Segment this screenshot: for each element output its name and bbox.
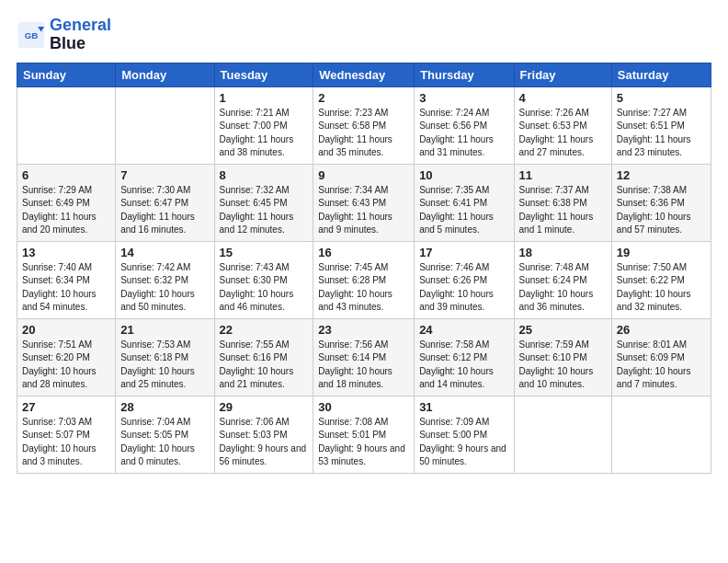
day-number: 13 (22, 246, 110, 259)
day-info: Sunrise: 7:30 AMSunset: 6:47 PMDaylight:… (120, 184, 209, 237)
day-number: 2 (318, 91, 409, 105)
day-info: Sunrise: 7:38 AMSunset: 6:36 PMDaylight:… (617, 184, 706, 237)
calendar-cell: 19Sunrise: 7:50 AMSunset: 6:22 PMDayligh… (611, 241, 711, 318)
day-of-week-header: Friday (514, 63, 611, 86)
day-number: 17 (419, 246, 508, 259)
calendar-cell: 11Sunrise: 7:37 AMSunset: 6:38 PMDayligh… (514, 164, 611, 241)
day-info: Sunrise: 7:43 AMSunset: 6:30 PMDaylight:… (220, 261, 309, 315)
calendar-cell: 15Sunrise: 7:43 AMSunset: 6:30 PMDayligh… (214, 241, 313, 318)
calendar-cell: 31Sunrise: 7:09 AMSunset: 5:00 PMDayligh… (415, 396, 514, 473)
calendar-cell: 13Sunrise: 7:40 AMSunset: 6:34 PMDayligh… (17, 241, 116, 318)
calendar-cell: 3Sunrise: 7:24 AMSunset: 6:56 PMDaylight… (415, 86, 514, 164)
day-number: 8 (220, 168, 309, 182)
day-number: 12 (617, 168, 706, 182)
day-info: Sunrise: 7:45 AMSunset: 6:28 PMDaylight:… (318, 261, 409, 315)
day-info: Sunrise: 7:08 AMSunset: 5:01 PMDaylight:… (318, 416, 409, 469)
day-number: 23 (318, 323, 409, 337)
day-number: 25 (519, 323, 607, 337)
calendar-page: GB GeneralBlue SundayMondayTuesdayWednes… (0, 0, 728, 563)
day-number: 18 (519, 246, 607, 259)
day-number: 7 (120, 168, 209, 182)
day-number: 29 (220, 400, 309, 414)
day-number: 9 (318, 168, 409, 182)
day-info: Sunrise: 7:42 AMSunset: 6:32 PMDaylight:… (120, 261, 209, 315)
header: GB GeneralBlue (17, 17, 711, 53)
day-number: 6 (22, 168, 110, 182)
day-info: Sunrise: 7:53 AMSunset: 6:18 PMDaylight:… (120, 339, 209, 392)
day-info: Sunrise: 7:21 AMSunset: 7:00 PMDaylight:… (220, 107, 309, 160)
calendar-cell: 7Sunrise: 7:30 AMSunset: 6:47 PMDaylight… (116, 164, 214, 241)
calendar-cell: 21Sunrise: 7:53 AMSunset: 6:18 PMDayligh… (116, 318, 214, 396)
calendar-cell (611, 396, 711, 473)
day-of-week-header: Saturday (611, 63, 711, 86)
day-of-week-header: Sunday (17, 63, 116, 86)
day-number: 31 (419, 400, 508, 414)
day-number: 22 (220, 323, 309, 337)
day-info: Sunrise: 7:58 AMSunset: 6:12 PMDaylight:… (419, 339, 508, 392)
calendar-week-row: 13Sunrise: 7:40 AMSunset: 6:34 PMDayligh… (17, 241, 711, 318)
day-number: 30 (318, 400, 409, 414)
logo-text: GeneralBlue (50, 17, 111, 53)
calendar-cell (116, 86, 214, 164)
calendar-cell (17, 86, 116, 164)
day-of-week-header: Wednesday (313, 63, 415, 86)
day-info: Sunrise: 7:24 AMSunset: 6:56 PMDaylight:… (419, 107, 508, 160)
calendar-cell: 14Sunrise: 7:42 AMSunset: 6:32 PMDayligh… (116, 241, 214, 318)
day-info: Sunrise: 7:37 AMSunset: 6:38 PMDaylight:… (519, 184, 607, 237)
calendar-cell: 26Sunrise: 8:01 AMSunset: 6:09 PMDayligh… (611, 318, 711, 396)
day-number: 3 (419, 91, 508, 105)
day-number: 1 (220, 91, 309, 105)
day-number: 26 (617, 323, 706, 337)
day-info: Sunrise: 7:34 AMSunset: 6:43 PMDaylight:… (318, 184, 409, 237)
day-number: 10 (419, 168, 508, 182)
day-info: Sunrise: 7:50 AMSunset: 6:22 PMDaylight:… (617, 261, 706, 315)
svg-text:GB: GB (25, 29, 39, 40)
calendar-cell: 5Sunrise: 7:27 AMSunset: 6:51 PMDaylight… (611, 86, 711, 164)
day-info: Sunrise: 7:09 AMSunset: 5:00 PMDaylight:… (419, 416, 508, 469)
day-info: Sunrise: 7:55 AMSunset: 6:16 PMDaylight:… (220, 339, 309, 392)
calendar-cell: 8Sunrise: 7:32 AMSunset: 6:45 PMDaylight… (214, 164, 313, 241)
calendar-cell: 1Sunrise: 7:21 AMSunset: 7:00 PMDaylight… (214, 86, 313, 164)
day-number: 4 (519, 91, 607, 105)
day-info: Sunrise: 7:03 AMSunset: 5:07 PMDaylight:… (22, 416, 110, 469)
logo-icon: GB (17, 20, 46, 50)
day-info: Sunrise: 7:26 AMSunset: 6:53 PMDaylight:… (519, 107, 607, 160)
day-number: 20 (22, 323, 110, 337)
calendar-cell: 17Sunrise: 7:46 AMSunset: 6:26 PMDayligh… (415, 241, 514, 318)
day-info: Sunrise: 7:06 AMSunset: 5:03 PMDaylight:… (220, 416, 309, 469)
day-number: 16 (318, 246, 409, 259)
calendar-cell: 29Sunrise: 7:06 AMSunset: 5:03 PMDayligh… (214, 396, 313, 473)
day-number: 21 (120, 323, 209, 337)
calendar-week-row: 1Sunrise: 7:21 AMSunset: 7:00 PMDaylight… (17, 86, 711, 164)
calendar-cell: 4Sunrise: 7:26 AMSunset: 6:53 PMDaylight… (514, 86, 611, 164)
day-info: Sunrise: 7:59 AMSunset: 6:10 PMDaylight:… (519, 339, 607, 392)
calendar-week-row: 27Sunrise: 7:03 AMSunset: 5:07 PMDayligh… (17, 396, 711, 473)
calendar-cell: 2Sunrise: 7:23 AMSunset: 6:58 PMDaylight… (313, 86, 415, 164)
calendar-cell: 30Sunrise: 7:08 AMSunset: 5:01 PMDayligh… (313, 396, 415, 473)
day-number: 27 (22, 400, 110, 414)
day-number: 14 (120, 246, 209, 259)
day-info: Sunrise: 7:40 AMSunset: 6:34 PMDaylight:… (22, 261, 110, 315)
calendar-cell: 28Sunrise: 7:04 AMSunset: 5:05 PMDayligh… (116, 396, 214, 473)
day-info: Sunrise: 7:04 AMSunset: 5:05 PMDaylight:… (120, 416, 209, 469)
logo: GB GeneralBlue (17, 17, 111, 53)
day-number: 15 (220, 246, 309, 259)
calendar-cell: 20Sunrise: 7:51 AMSunset: 6:20 PMDayligh… (17, 318, 116, 396)
day-info: Sunrise: 7:48 AMSunset: 6:24 PMDaylight:… (519, 261, 607, 315)
calendar-cell: 22Sunrise: 7:55 AMSunset: 6:16 PMDayligh… (214, 318, 313, 396)
calendar-cell: 10Sunrise: 7:35 AMSunset: 6:41 PMDayligh… (415, 164, 514, 241)
calendar-header-row: SundayMondayTuesdayWednesdayThursdayFrid… (17, 63, 711, 86)
calendar-cell: 27Sunrise: 7:03 AMSunset: 5:07 PMDayligh… (17, 396, 116, 473)
calendar-cell: 23Sunrise: 7:56 AMSunset: 6:14 PMDayligh… (313, 318, 415, 396)
calendar-table: SundayMondayTuesdayWednesdayThursdayFrid… (17, 63, 711, 474)
day-info: Sunrise: 7:27 AMSunset: 6:51 PMDaylight:… (617, 107, 706, 160)
day-info: Sunrise: 7:23 AMSunset: 6:58 PMDaylight:… (318, 107, 409, 160)
day-number: 19 (617, 246, 706, 259)
calendar-week-row: 6Sunrise: 7:29 AMSunset: 6:49 PMDaylight… (17, 164, 711, 241)
day-info: Sunrise: 7:46 AMSunset: 6:26 PMDaylight:… (419, 261, 508, 315)
day-number: 28 (120, 400, 209, 414)
day-info: Sunrise: 7:35 AMSunset: 6:41 PMDaylight:… (419, 184, 508, 237)
day-info: Sunrise: 7:32 AMSunset: 6:45 PMDaylight:… (220, 184, 309, 237)
day-number: 5 (617, 91, 706, 105)
day-info: Sunrise: 7:51 AMSunset: 6:20 PMDaylight:… (22, 339, 110, 392)
